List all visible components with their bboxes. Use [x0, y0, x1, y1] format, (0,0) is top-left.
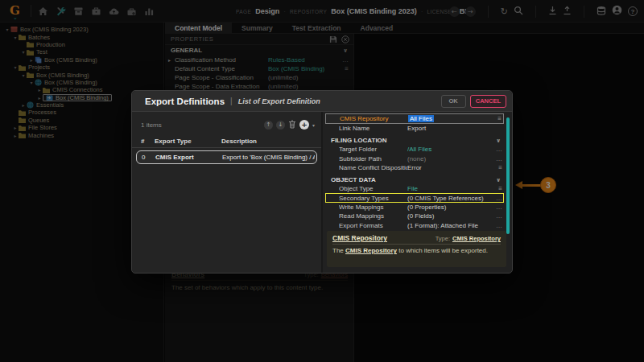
cell: CMIS Export	[155, 154, 222, 161]
property-value: (1 Format): Attached File	[407, 222, 491, 229]
type-label: Type:	[436, 235, 450, 242]
property-value: All Files	[408, 115, 490, 122]
menu-icon[interactable]: ≡	[491, 185, 502, 192]
type-value-link[interactable]: CMIS Repository	[452, 235, 501, 242]
property-value: /All Files	[407, 146, 491, 153]
menu-icon[interactable]: ≡	[491, 164, 502, 171]
ellipsis-icon[interactable]: …	[491, 146, 502, 153]
export-definitions-dialog: Export Definitions | List of Export Defi…	[131, 90, 513, 274]
property-label: Link Name	[339, 125, 407, 132]
property-row-secondary-types[interactable]: Secondary Types(0 CMIS Type References)…	[325, 193, 504, 202]
move-down-icon[interactable]: ↓	[276, 121, 285, 130]
property-label: Subfolder Path	[339, 155, 407, 162]
property-value: (none)	[407, 155, 491, 162]
property-row-cmis-repository[interactable]: CMIS RepositoryAll Files≡	[325, 113, 504, 124]
ellipsis-icon[interactable]: …	[491, 222, 502, 229]
property-row-write-mappings[interactable]: Write Mappings(0 Properties)…	[323, 203, 512, 212]
property-value: File	[407, 185, 491, 192]
selected-text: All Files	[408, 115, 434, 122]
property-row-read-mappings[interactable]: Read Mappings(0 Fields)…	[323, 212, 512, 220]
scrollbar[interactable]	[506, 117, 510, 234]
property-value: (0 Properties)	[407, 204, 491, 211]
property-label: Read Mappings	[339, 212, 407, 220]
cell: Export to 'Box (CMIS Binding) / All File…	[222, 154, 315, 161]
property-row-link-name[interactable]: Link NameExport	[323, 124, 512, 133]
property-value: Export	[407, 125, 491, 132]
column-header: Export Type	[155, 138, 221, 145]
list-rows: 0CMIS ExportExport to 'Box (CMIS Binding…	[132, 150, 321, 164]
property-value: (0 CMIS Type References)	[407, 195, 491, 202]
list-toolbar: ↑↓+▾	[264, 117, 315, 132]
export-definition-list: 1 items ↑↓+▾ #Export TypeDescription 0CM…	[132, 112, 323, 273]
dialog-header: Export Definitions | List of Export Defi…	[132, 91, 512, 112]
add-icon[interactable]: +	[299, 120, 309, 130]
chevron-down-icon: ∨	[496, 177, 501, 183]
property-value: (0 Fields)	[407, 212, 491, 220]
move-up-icon[interactable]: ↑	[264, 121, 273, 130]
property-row-object-type[interactable]: Object TypeFile≡	[323, 184, 512, 193]
property-row-name-conflict-disposition[interactable]: Name Conflict DispositionError≡	[323, 163, 512, 172]
property-value: Error	[407, 164, 491, 171]
dialog-subtitle: List of Export Definition	[238, 97, 320, 105]
ellipsis-icon[interactable]: …	[491, 204, 502, 211]
menu-icon[interactable]: ≡	[490, 115, 502, 122]
help-description: The CMIS Repository to which items will …	[332, 245, 501, 254]
section-label: FILING LOCATION	[331, 137, 387, 144]
property-label: Secondary Types	[339, 195, 407, 202]
property-row-export-formats[interactable]: Export Formats(1 Format): Attached File…	[323, 220, 512, 229]
help-description-link[interactable]: CMIS Repository	[345, 247, 397, 254]
title-separator: |	[230, 97, 233, 105]
delete-icon[interactable]	[288, 117, 296, 132]
item-count: 1 items	[141, 121, 162, 129]
chevron-down-icon: ∨	[496, 138, 501, 144]
add-menu-caret-icon[interactable]: ▾	[312, 122, 315, 128]
column-header: #	[141, 138, 155, 145]
property-help-box: CMIS Repository Type: CMIS Repository Th…	[327, 231, 506, 267]
property-row-target-folder[interactable]: Target Folder/All Files…	[323, 145, 512, 154]
ellipsis-icon[interactable]: …	[491, 195, 502, 202]
property-row-subfolder-path[interactable]: Subfolder Path(none)…	[323, 154, 512, 163]
column-header: Description	[221, 138, 316, 145]
property-label: CMIS Repository	[340, 115, 408, 122]
export-definition-row[interactable]: 0CMIS ExportExport to 'Box (CMIS Binding…	[136, 150, 317, 164]
app-window: G ⌄ PAGE Design · REPOSITORY Box (CMIS B…	[0, 0, 644, 362]
dialog-title: Export Definitions	[145, 97, 225, 106]
property-label: Name Conflict Disposition	[339, 164, 407, 171]
property-label: Write Mappings	[339, 204, 407, 211]
property-label: Target Folder	[339, 146, 407, 153]
help-title-link[interactable]: CMIS Repository	[332, 234, 387, 242]
ellipsis-icon[interactable]: …	[491, 155, 502, 162]
ok-button[interactable]: OK	[441, 95, 466, 108]
property-label: Object Type	[339, 185, 407, 192]
section-label: OBJECT DATA	[331, 176, 376, 183]
export-property-grid: CMIS RepositoryAll Files≡Link NameExport…	[323, 112, 512, 273]
cell: 0	[142, 154, 155, 161]
property-label: Export Formats	[339, 222, 407, 229]
section-filing-location[interactable]: FILING LOCATION∨	[323, 133, 512, 145]
ellipsis-icon[interactable]: …	[491, 212, 502, 220]
list-header: #Export TypeDescription	[132, 134, 321, 148]
cancel-button[interactable]: CANCEL	[470, 95, 506, 108]
section-object-data[interactable]: OBJECT DATA∨	[323, 172, 512, 184]
